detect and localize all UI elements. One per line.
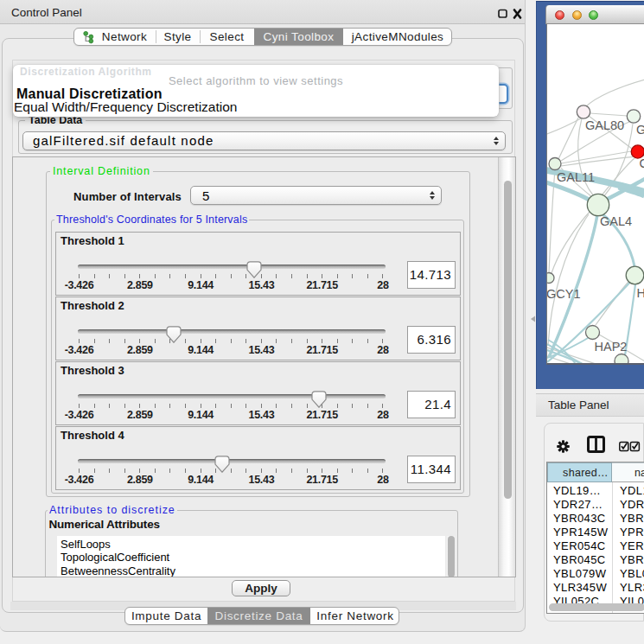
- svg-text:H: H: [637, 286, 644, 300]
- svg-text:GAL80: GAL80: [585, 118, 624, 132]
- svg-text:GAL11: GAL11: [557, 170, 595, 184]
- svg-text:CY: CY: [640, 156, 644, 170]
- svg-text:GAL4: GAL4: [600, 214, 632, 228]
- svg-text:GA: GA: [636, 123, 644, 137]
- svg-text:HAP2: HAP2: [595, 340, 628, 354]
- svg-text:GCY1: GCY1: [547, 287, 581, 301]
